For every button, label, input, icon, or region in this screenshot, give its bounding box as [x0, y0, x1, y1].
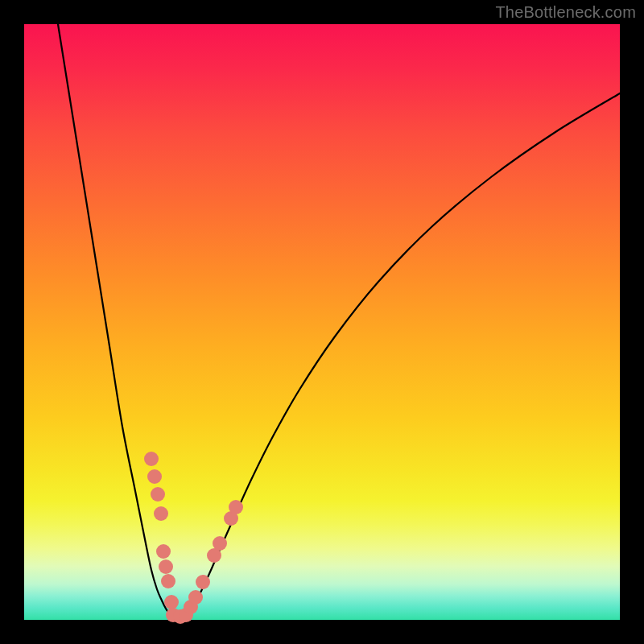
highlight-dot	[156, 544, 171, 559]
curve-right-branch	[185, 93, 620, 618]
curve-left-branch	[58, 24, 172, 618]
chart-frame: TheBottleneck.com	[0, 0, 644, 644]
highlight-dot	[151, 487, 165, 502]
highlight-dot	[196, 575, 210, 589]
highlight-dot	[161, 574, 175, 588]
watermark-text: TheBottleneck.com	[495, 3, 636, 22]
highlight-dot	[213, 536, 227, 551]
highlight-dot	[144, 452, 159, 466]
chart-svg	[24, 24, 620, 620]
highlight-dot	[147, 469, 162, 484]
highlight-dot	[154, 506, 168, 521]
plot-area	[24, 24, 620, 620]
highlight-dot-group	[144, 452, 243, 624]
highlight-dot	[159, 559, 173, 574]
highlight-dot	[229, 500, 243, 514]
highlight-dot	[164, 595, 179, 609]
highlight-dot	[188, 590, 203, 605]
